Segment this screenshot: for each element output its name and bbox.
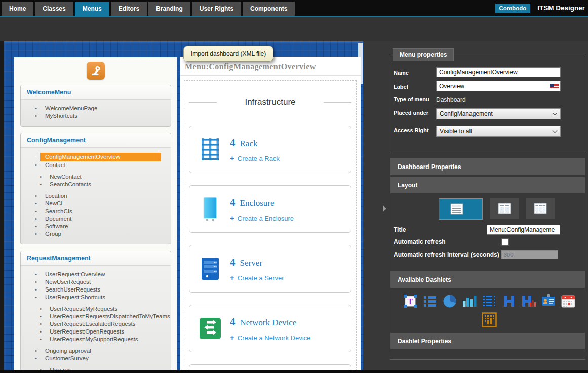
header-stats-dashlet-icon[interactable]	[521, 294, 536, 309]
menu-item[interactable]: WelcomeMenuPage	[21, 105, 171, 112]
menu-section-title[interactable]: RequestManagement	[21, 251, 171, 266]
calendar-dashlet-icon[interactable]	[561, 294, 576, 309]
tab-components[interactable]: Components	[243, 2, 295, 16]
us-flag-icon[interactable]	[550, 84, 559, 89]
plus-icon: +	[230, 273, 234, 282]
table-dashlet-icon[interactable]	[482, 294, 497, 309]
plus-icon: +	[230, 333, 234, 342]
bottom-edge	[0, 370, 588, 373]
dashboard-title-field[interactable]	[487, 225, 560, 235]
tab-classes[interactable]: Classes	[35, 2, 73, 16]
menu-item[interactable]: SearchCIs	[21, 208, 171, 215]
badge-dashlet-icon[interactable]	[541, 294, 556, 309]
create-link[interactable]: +Create a Rack	[230, 154, 280, 162]
menu-item[interactable]: NewContact	[21, 173, 171, 181]
access-right-select[interactable]: Visible to all	[436, 126, 561, 137]
menu-item[interactable]: Group	[21, 230, 171, 238]
list-dashlet-icon[interactable]	[422, 294, 438, 309]
create-link[interactable]: +Create a Enclosure	[230, 214, 294, 222]
import-dashboard-tooltip: Import dashboard (XML file)	[183, 46, 273, 62]
menu-item[interactable]: UserRequest:RequestsDispatchedToMyTeams	[21, 313, 171, 320]
menu-item[interactable]: NewUserRequest	[21, 278, 171, 286]
type-of-menu-label: Type of menu	[394, 95, 436, 103]
automatic-refresh-label: Automatic refresh	[394, 238, 501, 245]
available-dashlets-header: Available Dashlets	[390, 271, 585, 289]
group-dashlet-icon[interactable]	[482, 312, 497, 327]
refresh-interval-field	[501, 250, 558, 259]
badge-dashlet-network-device[interactable]: 4Network Device +Create a Network Device	[189, 305, 351, 352]
layout-option-three-columns[interactable]	[526, 198, 555, 219]
menu-item[interactable]: UserRequest:MySupportRequests	[21, 336, 171, 343]
menu-item[interactable]: Quizzes	[21, 366, 171, 370]
dashboard-title-label: Title	[394, 226, 487, 233]
menu-section-title[interactable]: ConfigManagement	[21, 133, 171, 148]
badge-count: 4	[230, 316, 236, 328]
access-right-label: Access Right	[394, 126, 436, 134]
badge-class-name[interactable]: Enclosure	[240, 198, 275, 209]
toolbar	[0, 17, 588, 41]
menu-item[interactable]: Contact	[21, 161, 171, 169]
itsm-designer-window: Home Classes Menus Editors Branding User…	[0, 0, 588, 373]
menu-item[interactable]: NewCI	[21, 200, 171, 208]
dashboard-drop-area[interactable]: Infrastructure 4Rack +Create a Rack	[184, 80, 357, 370]
badge-dashlet-server[interactable]: 4Server +Create a Server	[189, 245, 351, 293]
menu-tree-panel: WelcomeMenu WelcomeMenuPage MyShortcuts …	[14, 57, 177, 370]
menu-item-selected-label: ConfigManagementOverview	[40, 153, 161, 161]
badge-class-name[interactable]: Rack	[240, 139, 258, 149]
bar-chart-dashlet-icon[interactable]	[462, 294, 477, 309]
create-link[interactable]: +Create a Network Device	[230, 333, 310, 342]
menu-item-selected[interactable]: ConfigManagementOverview	[21, 153, 171, 161]
menu-item[interactable]: UserRequest:MyRequests	[21, 305, 171, 313]
menu-item[interactable]: UserRequest:Overview	[21, 271, 171, 278]
menu-item[interactable]: Software	[21, 223, 171, 230]
dashboard-section-heading: Infrastructure	[189, 97, 351, 107]
header-dashlet-icon[interactable]	[501, 294, 517, 309]
menu-item[interactable]: Location	[21, 192, 171, 200]
automatic-refresh-checkbox[interactable]	[501, 238, 509, 246]
rack-icon	[199, 138, 222, 160]
pie-chart-dashlet-icon[interactable]	[442, 294, 457, 309]
menu-item[interactable]: Document	[21, 215, 171, 223]
create-link[interactable]: +Create a Server	[230, 273, 284, 282]
tabbar-accent-line	[0, 16, 588, 17]
badge-dashlet-partial[interactable]	[189, 364, 351, 370]
placed-under-label: Placed under	[394, 108, 436, 116]
label-field[interactable]	[436, 81, 561, 91]
badge-dashlet-enclosure[interactable]: 4Enclosure +Create a Enclosure	[189, 185, 351, 233]
placed-under-value: ConfigManagement	[440, 110, 493, 117]
text-dashlet-icon[interactable]: T	[403, 294, 418, 309]
one-column-layout-icon	[450, 203, 463, 215]
badge-class-name[interactable]: Server	[240, 258, 262, 268]
placed-under-select[interactable]: ConfigManagement	[436, 108, 561, 119]
badge-count: 4	[230, 137, 236, 149]
panel-collapse-arrow[interactable]	[383, 206, 386, 211]
layout-option-one-column[interactable]	[439, 198, 483, 220]
tab-user-rights[interactable]: User Rights	[192, 2, 241, 16]
menu-section-body: UserRequest:Overview NewUserRequest Sear…	[21, 266, 171, 370]
layout-option-two-columns[interactable]	[490, 198, 519, 219]
tab-branding[interactable]: Branding	[148, 2, 190, 16]
tab-editors[interactable]: Editors	[111, 2, 147, 16]
menu-item[interactable]: UserRequest:EscalatedRequests	[21, 320, 171, 328]
menu-item[interactable]: MyShortcuts	[21, 112, 171, 120]
name-field[interactable]	[436, 67, 561, 77]
menu-item[interactable]: CustomerSurvey	[21, 355, 171, 362]
menu-item[interactable]: SearchUserRequests	[21, 286, 171, 294]
name-label: Name	[394, 68, 436, 76]
menu-section-requestmanagement: RequestManagement UserRequest:Overview N…	[20, 251, 171, 370]
menu-item[interactable]: SearchContacts	[21, 181, 171, 188]
menu-item[interactable]: UserRequest:Shortcuts	[21, 294, 171, 301]
layout-options	[390, 195, 585, 223]
layout-header: Layout	[390, 177, 585, 195]
menu-item[interactable]: Ongoing approval	[21, 347, 171, 355]
menu-section-title[interactable]: WelcomeMenu	[21, 85, 171, 100]
properties-panel: Menu properties Name Label Type of menu …	[363, 41, 588, 373]
menu-item[interactable]: UserRequest:OpenRequests	[21, 328, 171, 336]
dashboard-properties-header: Dashboard Properties	[390, 158, 585, 177]
tab-menus[interactable]: Menus	[75, 2, 109, 16]
badge-dashlet-rack[interactable]: 4Rack +Create a Rack	[189, 126, 351, 173]
svg-text:T: T	[408, 297, 413, 306]
combodo-badge: Combodo	[495, 4, 531, 13]
badge-class-name[interactable]: Network Device	[240, 318, 297, 328]
tab-home[interactable]: Home	[2, 2, 33, 16]
